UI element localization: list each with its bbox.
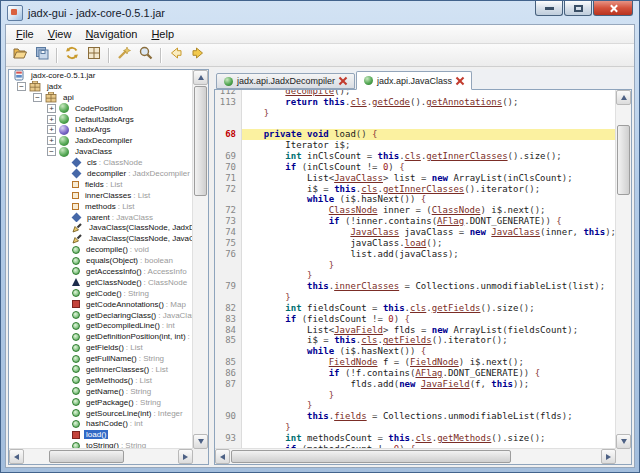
code-link[interactable]: ClassNode xyxy=(432,205,481,215)
tree-item[interactable]: decompile() : void xyxy=(9,244,193,255)
maximize-button[interactable] xyxy=(564,1,592,16)
code-link[interactable]: cls xyxy=(361,335,377,345)
tree-item[interactable]: getFullName() : String xyxy=(9,353,193,364)
code-link[interactable]: innerClasses xyxy=(334,281,399,291)
code-link[interactable]: getInnerClasses xyxy=(426,151,507,161)
code-link[interactable]: AFlag xyxy=(437,216,464,226)
code-link[interactable]: cls xyxy=(361,184,377,194)
code-link[interactable]: FieldNode xyxy=(410,357,459,367)
scrollbar-thumb[interactable] xyxy=(617,125,630,195)
code-link[interactable]: load xyxy=(405,238,427,248)
code-link[interactable]: getAnnotations xyxy=(426,97,502,107)
tree-item[interactable]: parent : JavaClass xyxy=(9,212,193,223)
scroll-down-button[interactable] xyxy=(193,434,208,449)
code-link[interactable]: JavaClass xyxy=(350,227,399,237)
tree-item[interactable]: getMethods() : List xyxy=(9,375,193,386)
expand-handle[interactable]: + xyxy=(47,125,56,134)
tree-item[interactable]: getDeclaringClass() : JavaClass xyxy=(9,310,193,321)
code-link[interactable]: decompile xyxy=(285,90,334,96)
code-link[interactable]: cls xyxy=(350,97,366,107)
tree-item[interactable]: +JadxDecompiler xyxy=(9,135,193,146)
tree-item[interactable]: getClassNode() : ClassNode xyxy=(9,277,193,288)
tree-item[interactable]: methods : List xyxy=(9,201,193,212)
menu-file[interactable]: File xyxy=(9,26,41,42)
tree-item[interactable]: −JavaClass xyxy=(9,146,193,157)
close-button[interactable] xyxy=(593,1,633,16)
code-link[interactable]: getCode xyxy=(372,97,410,107)
tree-item[interactable]: JavaClass(ClassNode, JavaClass) xyxy=(9,233,193,244)
tree-item[interactable]: +IJadxArgs xyxy=(9,124,193,135)
titlebar[interactable]: jadx-gui - jadx-core-0.5.1.jar xyxy=(1,1,639,24)
tree-item[interactable]: getPackage() : String xyxy=(9,397,193,408)
scroll-right-button[interactable] xyxy=(601,449,616,464)
tree-item[interactable]: +CodePosition xyxy=(9,103,193,114)
code-link[interactable]: cls xyxy=(405,151,421,161)
tree-item[interactable]: getDecompiledLine() : int xyxy=(9,320,193,331)
sync-button[interactable] xyxy=(61,45,83,65)
tree-item[interactable]: innerClasses : List xyxy=(9,190,193,201)
menu-help[interactable]: Help xyxy=(144,26,181,42)
scrollbar-thumb[interactable] xyxy=(49,450,124,463)
tree-item[interactable]: getSourceLine(int) : Integer xyxy=(9,408,193,419)
code-link[interactable]: JavaField xyxy=(421,379,470,389)
code-link[interactable]: JavaClass xyxy=(491,227,540,237)
scroll-left-button[interactable] xyxy=(215,449,230,464)
tree-vertical-scrollbar[interactable] xyxy=(192,70,208,449)
menu-navigation[interactable]: Navigation xyxy=(78,26,144,42)
scroll-left-button[interactable] xyxy=(9,449,24,464)
flatten-packages-button[interactable] xyxy=(83,45,105,65)
open-file-button[interactable] xyxy=(9,45,31,65)
tree-item[interactable]: jadx-core-0.5.1.jar xyxy=(9,70,193,81)
tree-item[interactable]: −api xyxy=(9,92,193,103)
scroll-up-button[interactable] xyxy=(193,70,208,85)
collapse-handle[interactable]: − xyxy=(47,147,56,156)
code-link[interactable]: JavaField xyxy=(334,325,383,335)
code-link[interactable]: FieldNode xyxy=(329,357,378,367)
tree-item[interactable]: getName() : String xyxy=(9,386,193,397)
tree-item[interactable]: getDefinitionPosition(int, int) : CodePo… xyxy=(9,331,193,342)
tree-item[interactable]: getAccessInfo() : AccessInfo xyxy=(9,266,193,277)
scrollbar-thumb[interactable] xyxy=(231,450,511,463)
code-link[interactable]: cls xyxy=(415,433,431,443)
code-link[interactable]: JavaClass xyxy=(334,173,383,183)
tree-item[interactable]: −jadx xyxy=(9,81,193,92)
scroll-down-button[interactable] xyxy=(616,434,631,449)
expand-handle[interactable]: + xyxy=(47,115,56,124)
tree-item[interactable]: getCodeAnnotations() : Map xyxy=(9,299,193,310)
scroll-up-button[interactable] xyxy=(616,90,631,105)
scrollbar-thumb[interactable] xyxy=(194,86,207,196)
tree-item[interactable]: cls : ClassNode xyxy=(9,157,193,168)
tree-item[interactable]: equals(Object) : boolean xyxy=(9,255,193,266)
tree-item[interactable]: decompiler : JadxDecompiler xyxy=(9,168,193,179)
collapse-handle[interactable]: − xyxy=(17,82,26,91)
menu-view[interactable]: View xyxy=(41,26,79,42)
code-link[interactable]: getFields xyxy=(383,335,432,345)
code-link[interactable]: ClassNode xyxy=(329,205,378,215)
code-link[interactable]: AFlag xyxy=(415,368,442,378)
tree-item[interactable]: fields : List xyxy=(9,179,193,190)
expand-handle[interactable]: + xyxy=(47,104,56,113)
scroll-right-button[interactable] xyxy=(178,449,193,464)
tab-close-icon[interactable] xyxy=(339,77,347,85)
code-link[interactable]: getMethods xyxy=(437,433,491,443)
tree-item[interactable]: JavaClass(ClassNode, JadxDecompiler) xyxy=(9,222,193,233)
search-button[interactable] xyxy=(135,45,157,65)
tree-item[interactable]: load() xyxy=(9,429,193,440)
minimize-button[interactable] xyxy=(535,1,563,16)
save-all-button[interactable] xyxy=(31,45,53,65)
tree-item[interactable]: getInnerClasses() : List xyxy=(9,364,193,375)
deobfuscation-button[interactable] xyxy=(113,45,135,65)
code-link[interactable]: cls xyxy=(410,303,426,313)
tree-item[interactable]: getFields() : List xyxy=(9,342,193,353)
code-link[interactable]: getFields xyxy=(432,303,481,313)
code-link[interactable]: fields xyxy=(334,411,367,421)
nav-forward-button[interactable] xyxy=(187,45,209,65)
tree-item[interactable]: getCode() : String xyxy=(9,288,193,299)
tree-horizontal-scrollbar[interactable] xyxy=(9,448,193,464)
tree-item[interactable]: +DefaultJadxArgs xyxy=(9,114,193,125)
nav-back-button[interactable] xyxy=(165,45,187,65)
tab-jadx-api-JavaClass[interactable]: jadx.api.JavaClass xyxy=(356,71,472,90)
editor-horizontal-scrollbar[interactable] xyxy=(215,448,616,464)
code-link[interactable]: getInnerClasses xyxy=(383,184,464,194)
editor-vertical-scrollbar[interactable] xyxy=(615,90,631,449)
